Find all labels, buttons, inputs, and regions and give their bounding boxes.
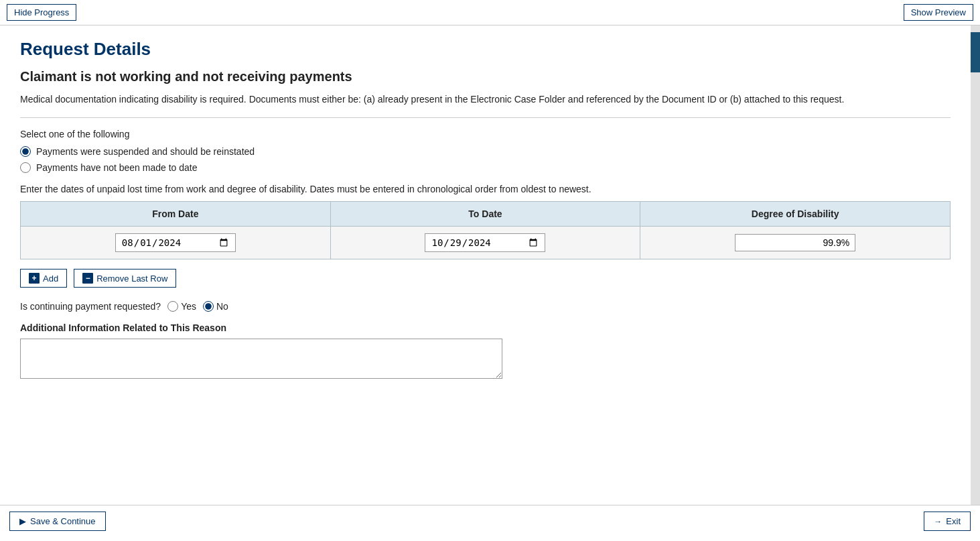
additional-info-textarea[interactable]: [20, 339, 502, 379]
scrollbar-track[interactable]: [971, 25, 980, 505]
col-disability: Degree of Disability: [640, 202, 951, 227]
exit-icon: →: [934, 517, 942, 526]
payment-yes-option[interactable]: Yes: [167, 301, 196, 312]
save-continue-label: Save & Continue: [30, 516, 96, 526]
disability-cell[interactable]: [640, 227, 951, 259]
radio-not-made[interactable]: [20, 162, 31, 173]
hide-progress-button[interactable]: Hide Progress: [7, 4, 76, 21]
payment-no-radio[interactable]: [203, 301, 214, 312]
to-date-cell[interactable]: [330, 227, 640, 259]
from-date-cell[interactable]: [21, 227, 331, 259]
dates-instruction: Enter the dates of unpaid lost time from…: [20, 184, 951, 194]
payment-no-label: No: [216, 301, 228, 312]
additional-info-label: Additional Information Related to This R…: [20, 322, 951, 333]
disability-input[interactable]: [735, 234, 855, 251]
payment-question-label: Is continuing payment requested?: [20, 301, 161, 312]
add-row-button[interactable]: + Add: [20, 269, 67, 288]
radio-reinstated[interactable]: [20, 146, 31, 157]
radio-reinstated-label: Payments were suspended and should be re…: [36, 146, 255, 157]
to-date-input[interactable]: [425, 233, 545, 252]
section-title: Claimant is not working and not receivin…: [20, 69, 951, 84]
col-to-date: To Date: [330, 202, 640, 227]
radio-not-made-label: Payments have not been made to date: [36, 162, 198, 173]
payment-yes-radio[interactable]: [167, 301, 178, 312]
from-date-input[interactable]: [115, 233, 236, 252]
dates-table: From Date To Date Degree of Disability: [20, 201, 951, 259]
payment-no-option[interactable]: No: [203, 301, 228, 312]
divider: [20, 117, 951, 118]
main-content: Request Details Claimant is not working …: [0, 25, 971, 505]
add-icon: +: [29, 273, 40, 284]
table-row: [21, 227, 951, 259]
radio-option-reinstated[interactable]: Payments were suspended and should be re…: [20, 146, 951, 157]
table-actions: + Add − Remove Last Row: [20, 269, 951, 288]
page-wrapper: Request Details Claimant is not working …: [0, 25, 980, 505]
page-title: Request Details: [20, 39, 951, 60]
show-preview-button[interactable]: Show Preview: [904, 4, 973, 21]
minus-icon: −: [82, 273, 93, 284]
exit-label: Exit: [946, 516, 961, 526]
top-bar: Hide Progress Show Preview: [0, 0, 980, 25]
remove-last-row-button[interactable]: − Remove Last Row: [74, 269, 176, 288]
save-continue-arrow-icon: ▶: [19, 516, 26, 526]
exit-button[interactable]: → Exit: [924, 512, 971, 531]
scrollbar-thumb[interactable]: [971, 32, 980, 72]
description-text: Medical documentation indicating disabil…: [20, 93, 951, 107]
radio-option-not-made[interactable]: Payments have not been made to date: [20, 162, 951, 173]
table-header-row: From Date To Date Degree of Disability: [21, 202, 951, 227]
payment-yes-label: Yes: [181, 301, 196, 312]
add-button-label: Add: [43, 274, 58, 284]
col-from-date: From Date: [21, 202, 331, 227]
bottom-bar: ▶ Save & Continue → Exit: [0, 505, 980, 537]
remove-button-label: Remove Last Row: [96, 274, 167, 284]
radio-group-label: Select one of the following: [20, 129, 951, 139]
payment-question-row: Is continuing payment requested? Yes No: [20, 301, 951, 312]
save-continue-button[interactable]: ▶ Save & Continue: [9, 512, 106, 531]
